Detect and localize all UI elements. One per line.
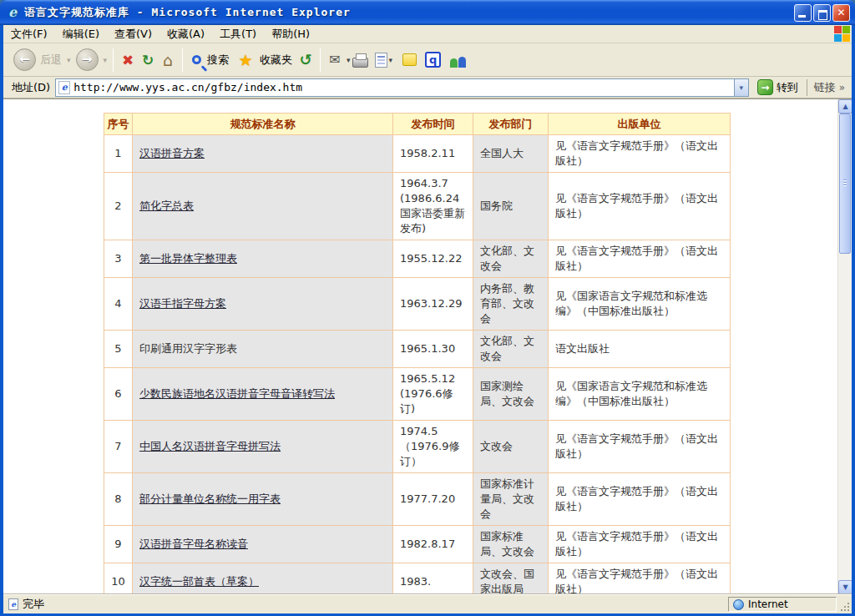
- table-row: 8部分计量单位名称统一用字表1977.7.20国家标准计量局、文改会见《语言文字…: [104, 473, 731, 526]
- back-button[interactable]: ← 后退: [10, 47, 65, 73]
- window-controls: ✕: [794, 4, 850, 22]
- standard-name-cell: 汉语拼音方案: [133, 135, 393, 173]
- window-title: 语言文字规范标准库 - Microsoft Internet Explorer: [24, 5, 794, 20]
- toolbar-separator: [182, 48, 183, 72]
- column-header: 发布部门: [473, 114, 549, 135]
- windows-logo-icon: [834, 26, 851, 43]
- standard-link[interactable]: 简化字总表: [139, 199, 194, 212]
- table-row: 1汉语拼音方案1958.2.11全国人大见《语言文字规范手册》（语文出版社）: [104, 135, 731, 173]
- links-chevron-icon[interactable]: »: [839, 82, 845, 93]
- table-row: 7中国人名汉语拼音字母拼写法1974.5（1976.9修订）文改会见《语言文字规…: [104, 421, 731, 473]
- print-button[interactable]: [352, 58, 368, 68]
- scrollbar-thumb[interactable]: [839, 114, 851, 254]
- search-button[interactable]: 搜索: [187, 51, 232, 69]
- address-bar: 地址(D) e http://www.yys.ac.cn/gfbz/index.…: [3, 77, 852, 98]
- restore-button[interactable]: [813, 4, 831, 22]
- toolbar-separator: [113, 48, 114, 72]
- mail-dropdown[interactable]: ▾: [345, 56, 352, 64]
- menu-items: 文件(F)编辑(E)查看(V)收藏(A)工具(T)帮助(H): [3, 24, 834, 44]
- standards-table: 序号规范标准名称发布时间发布部门出版单位 1汉语拼音方案1958.2.11全国人…: [104, 113, 731, 594]
- close-button[interactable]: ✕: [832, 4, 850, 22]
- ie-window-icon: e: [5, 5, 20, 20]
- column-header: 序号: [104, 114, 133, 135]
- table-row: 9汉语拼音字母名称读音1982.8.17国家标准局、文改会见《语言文字规范手册》…: [104, 526, 731, 563]
- home-button[interactable]: ⌂: [158, 50, 178, 70]
- security-zone-panel: Internet: [728, 597, 837, 612]
- table-row: 4汉语手指字母方案1963.12.29内务部、教育部、文改会见《国家语言文字规范…: [104, 278, 731, 331]
- standard-name-cell: 印刷通用汉字字形表: [133, 331, 393, 368]
- scroll-down-button[interactable]: ▼: [838, 580, 852, 594]
- favorites-button[interactable]: ★ 收藏夹: [232, 48, 296, 72]
- table-row: 2简化字总表1964.3.7 (1986.6.24国家语委重新发布)国务院见《语…: [104, 173, 731, 240]
- standard-link[interactable]: 汉语拼音字母名称读音: [139, 538, 248, 550]
- refresh-button[interactable]: ↻: [138, 50, 158, 70]
- favorites-star-icon: ★: [235, 50, 255, 70]
- address-label: 地址(D): [7, 80, 55, 95]
- table-row: 5印刷通用汉字字形表1965.1.30文化部、文改会语文出版社: [104, 331, 731, 368]
- stop-button[interactable]: ✖: [118, 50, 138, 70]
- status-page-icon: e: [8, 598, 18, 610]
- vertical-scrollbar[interactable]: ▲ ▼: [837, 99, 852, 594]
- edit-dropdown[interactable]: ▾: [387, 56, 395, 64]
- standards-table-body: 1汉语拼音方案1958.2.11全国人大见《语言文字规范手册》（语文出版社）2简…: [104, 135, 731, 595]
- internet-zone-icon: [733, 599, 744, 610]
- table-row: 10汉字统一部首表（草案）1983.文改会、国家出版局见《语言文字规范手册》（语…: [104, 563, 731, 595]
- page-icon: e: [58, 81, 70, 94]
- menu-item[interactable]: 文件(F): [3, 24, 55, 44]
- column-header: 发布时间: [393, 114, 473, 135]
- links-label: 链接: [814, 80, 836, 95]
- column-header: 规范标准名称: [133, 114, 393, 135]
- table-row: 6少数民族语地名汉语拼音字母音译转写法1965.5.12 (1976.6修订)国…: [104, 368, 731, 421]
- forward-icon: →: [76, 48, 99, 71]
- standard-link[interactable]: 汉语拼音方案: [139, 147, 205, 159]
- q-plugin-icon[interactable]: q: [425, 52, 441, 68]
- go-label: 转到: [777, 80, 798, 95]
- zone-label: Internet: [748, 598, 788, 610]
- menu-item[interactable]: 帮助(H): [264, 24, 317, 44]
- standard-link[interactable]: 第一批异体字整理表: [139, 252, 237, 265]
- menu-item[interactable]: 收藏(A): [159, 24, 212, 44]
- address-dropdown[interactable]: ▾: [734, 79, 748, 96]
- edit-button[interactable]: [375, 53, 387, 68]
- minimize-button[interactable]: [794, 4, 812, 22]
- page-content: 序号规范标准名称发布时间发布部门出版单位 1汉语拼音方案1958.2.11全国人…: [3, 98, 852, 594]
- mail-button[interactable]: ✉: [325, 50, 345, 70]
- standard-name-cell: 汉语拼音字母名称读音: [133, 526, 393, 563]
- standard-name-cell: 第一批异体字整理表: [133, 240, 393, 278]
- links-bar: 链接 »: [807, 79, 848, 96]
- go-button[interactable]: → 转到: [752, 78, 803, 96]
- url-text: http://www.yys.ac.cn/gfbz/index.htm: [73, 81, 734, 93]
- history-button[interactable]: ↺: [296, 50, 316, 70]
- status-text: 完毕: [23, 597, 728, 612]
- back-dropdown[interactable]: ▾: [65, 56, 73, 64]
- table-row: 3第一批异体字整理表1955.12.22文化部、文改会见《语言文字规范手册》（语…: [104, 240, 731, 278]
- browser-window: e 语言文字规范标准库 - Microsoft Internet Explore…: [0, 0, 855, 616]
- standard-buttons-toolbar: ← 后退 ▾ → ▾ ✖ ↻ ⌂ 搜索 ★ 收藏夹 ↺ ✉ ▾ ▾ q: [3, 43, 852, 77]
- standard-link[interactable]: 少数民族语地名汉语拼音字母音译转写法: [139, 387, 335, 400]
- menu-item[interactable]: 工具(T): [212, 24, 264, 44]
- standard-link[interactable]: 部分计量单位名称统一用字表: [139, 492, 281, 505]
- standard-link[interactable]: 汉字统一部首表（草案）: [139, 575, 259, 588]
- scroll-up-button[interactable]: ▲: [838, 99, 852, 114]
- forward-dropdown[interactable]: ▾: [102, 56, 109, 64]
- standard-name-cell: 简化字总表: [133, 173, 393, 240]
- column-header: 出版单位: [549, 114, 731, 135]
- standard-name-cell: 部分计量单位名称统一用字表: [133, 473, 393, 526]
- back-icon: ←: [13, 48, 36, 71]
- forward-button[interactable]: →: [73, 47, 102, 73]
- menu-item[interactable]: 查看(V): [107, 24, 159, 44]
- menu-bar: 文件(F)编辑(E)查看(V)收藏(A)工具(T)帮助(H): [3, 25, 852, 43]
- standard-name-cell: 汉语手指字母方案: [133, 278, 393, 331]
- standard-link[interactable]: 汉语手指字母方案: [139, 297, 226, 310]
- discuss-note-icon[interactable]: [402, 53, 417, 66]
- search-label: 搜索: [207, 53, 229, 68]
- standard-link[interactable]: 中国人名汉语拼音字母拼写法: [139, 440, 281, 452]
- favorites-label: 收藏夹: [260, 53, 292, 68]
- standard-name-cell: 少数民族语地名汉语拼音字母音译转写法: [133, 368, 393, 421]
- resize-grip[interactable]: [847, 609, 849, 611]
- address-input[interactable]: e http://www.yys.ac.cn/gfbz/index.htm ▾: [55, 78, 749, 97]
- menu-item[interactable]: 编辑(E): [55, 24, 107, 44]
- title-bar: e 语言文字规范标准库 - Microsoft Internet Explore…: [0, 0, 855, 25]
- messenger-icon[interactable]: [449, 53, 468, 68]
- status-bar: e 完毕 Internet: [3, 594, 852, 613]
